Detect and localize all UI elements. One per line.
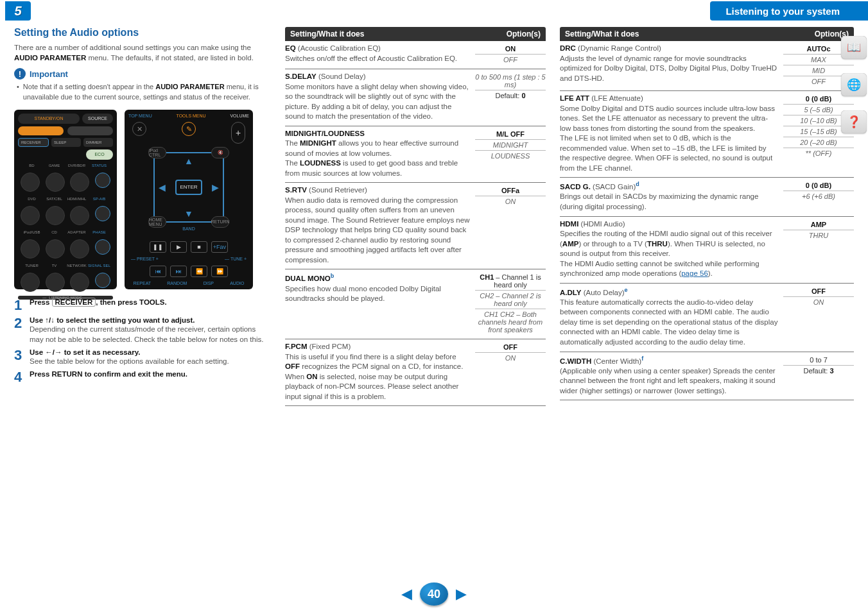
option-value: Default: 0 xyxy=(475,90,546,101)
step-number: 1 xyxy=(14,298,26,312)
remote-label: ADAPTER xyxy=(65,230,88,234)
remote-source-btn xyxy=(67,126,113,135)
option-values: OFFON xyxy=(475,342,546,402)
chapter-badge: 5 xyxy=(5,1,31,21)
option-row: HDMI (HDMI Audio)Specifies the routing o… xyxy=(560,217,854,284)
remote-receiver: RECEIVER xyxy=(18,138,49,147)
option-row: DUAL MONObSpecifies how dual mono encode… xyxy=(285,269,546,339)
remote-source: SOURCE xyxy=(82,114,113,124)
pause-icon: ❚❚ xyxy=(150,241,166,253)
prev-page-icon[interactable]: ◀ xyxy=(401,586,412,602)
page-number-badge: 40 xyxy=(420,582,448,606)
page-link[interactable]: page 56 xyxy=(681,269,708,277)
media-row-1: ❚❚ ▶ ■ +Fav xyxy=(150,241,228,253)
remote-label: GAME xyxy=(43,164,65,167)
remote-row-4-btns xyxy=(18,271,113,293)
next-page-icon[interactable]: ▶ xyxy=(456,586,467,602)
arrow-down-icon: ▼ xyxy=(184,208,193,219)
chapter-title: Listening to your system xyxy=(710,1,868,21)
left-column: Setting the Audio options There are a nu… xyxy=(14,27,271,406)
enter-btn: ENTER xyxy=(175,180,202,195)
step-number: 4 xyxy=(14,370,26,384)
remote-round-button xyxy=(21,239,40,259)
option-value: AMP xyxy=(783,219,854,230)
remote-row-2-btns xyxy=(18,205,113,226)
option-value: ON xyxy=(783,296,854,307)
step: 1Press RECEIVER, then press TOOLS. xyxy=(14,298,271,312)
manual-icon[interactable]: 📖 xyxy=(841,36,867,59)
table-body-right: DRC (Dynamic Range Control)Adjusts the l… xyxy=(560,41,854,400)
option-row: LFE ATT (LFE Attenuate)Some Dolby Digita… xyxy=(560,91,854,178)
tools-icon: ✎ xyxy=(182,122,196,136)
table-header-mid: Setting/What it does Option(s) xyxy=(285,27,546,41)
remote-row-3: iPod/USBCDADAPTERPHASE xyxy=(18,229,113,235)
step-number: 3 xyxy=(14,348,26,366)
remote-label: DVR/BDR xyxy=(65,164,88,167)
corner-return: RETURN xyxy=(211,216,229,228)
remote-round-button xyxy=(70,273,89,292)
option-description: F.PCM (Fixed PCM)This is useful if you f… xyxy=(285,342,470,402)
remote-power-btn xyxy=(18,126,64,135)
option-row: S.DELAY (Sound Delay)Some monitors have … xyxy=(285,69,546,126)
step-title: Press RETURN to confirm and exit the men… xyxy=(30,370,271,378)
option-row: DRC (Dynamic Range Control)Adjusts the l… xyxy=(560,41,854,91)
middle-column: Setting/What it does Option(s) EQ (Acous… xyxy=(285,27,546,406)
remote-label: STATUS xyxy=(88,164,110,167)
option-row: A.DLY (Auto Delay)eThis feature automati… xyxy=(560,284,854,352)
step-number: 2 xyxy=(14,316,26,344)
vol-up-icon: + xyxy=(231,122,245,144)
tune-label: — TUNE + xyxy=(225,257,247,261)
remote-round-button xyxy=(46,239,65,259)
remote-round-button xyxy=(70,173,89,192)
arrow-up-icon: ▲ xyxy=(184,156,193,166)
option-description: SACD G. (SACD Gain)dBrings out detail in… xyxy=(560,180,778,212)
step-title: Press RECEIVER, then press TOOLS. xyxy=(30,298,271,306)
option-value: OFF xyxy=(783,286,854,296)
step-body: See the table below for the options avai… xyxy=(30,356,271,366)
option-value: LOUDNESS xyxy=(475,150,546,161)
option-values: M/L OFFMIDNIGHTLOUDNESS xyxy=(475,129,546,179)
option-row: MIDNIGHT/LOUDNESSThe MIDNIGHT allows you… xyxy=(285,126,546,183)
remote-label: HDMI/MHL xyxy=(65,197,88,201)
option-description: DRC (Dynamic Range Control)Adjusts the l… xyxy=(560,44,778,87)
section-title: Setting the Audio options xyxy=(14,27,271,38)
content: Setting the Audio options There are a nu… xyxy=(0,22,868,406)
option-row: F.PCM (Fixed PCM)This is useful if you f… xyxy=(285,339,546,406)
option-value: MIDNIGHT xyxy=(475,139,546,150)
th-l2: Setting/What it does xyxy=(565,30,639,38)
option-values: 0 to 500 ms (1 step : 5 ms)Default: 0 xyxy=(475,72,546,122)
th-l: Setting/What it does xyxy=(290,30,364,38)
important-heading: ! Important xyxy=(14,68,271,80)
step: 3Use ←/→ to set it as necessary.See the … xyxy=(14,348,271,366)
option-value: OFF xyxy=(475,54,546,65)
stop-icon: ■ xyxy=(191,241,207,253)
step-body: Depending on the current status/mode of … xyxy=(30,324,271,344)
ffwd-icon: ⏩ xyxy=(211,266,228,277)
intro-bold: AUDIO PARAMETER xyxy=(14,54,86,62)
remote-label: BD xyxy=(21,164,43,167)
remote-round-button xyxy=(21,273,40,292)
remote-row-2: DVDSAT/CBLHDMI/MHLSP-A/B xyxy=(18,196,113,202)
corner-ipod-ctrl: iPod CTRL xyxy=(148,147,166,158)
option-row: EQ (Acoustic Calibration EQ)Switches on/… xyxy=(285,41,546,69)
step: 2Use ↑/↓ to select the setting you want … xyxy=(14,316,271,344)
option-value: OFFa xyxy=(475,185,546,196)
option-description: MIDNIGHT/LOUDNESSThe MIDNIGHT allows you… xyxy=(285,129,470,179)
remote-label: TV xyxy=(43,264,65,268)
option-values: 0 to 7Default: 3 xyxy=(783,355,854,396)
remote-illustration: STANDBY/ON SOURCE RECEIVER SLEEP DIMMER … xyxy=(14,110,271,289)
step-title: Use ←/→ to set it as necessary. xyxy=(30,348,271,356)
remote-round-button xyxy=(21,173,40,192)
network-icon[interactable]: 🌐 xyxy=(841,73,867,96)
important-label: Important xyxy=(30,69,68,79)
option-description: A.DLY (Auto Delay)eThis feature automati… xyxy=(560,286,778,348)
remote-label: TUNER xyxy=(21,264,43,268)
option-description: C.WIDTH (Center Width)f(Applicable only … xyxy=(560,355,778,396)
option-value: Default: 3 xyxy=(783,365,854,376)
remote-standby: STANDBY/ON xyxy=(18,114,80,124)
steps-list: 1Press RECEIVER, then press TOOLS.2Use ↑… xyxy=(14,298,271,384)
help-icon[interactable]: ❓ xyxy=(841,110,867,133)
rewind-icon: ⏪ xyxy=(191,266,207,277)
option-value: +6 (+6 dB) xyxy=(783,191,854,201)
preset-label: — PRESET + xyxy=(131,257,159,261)
